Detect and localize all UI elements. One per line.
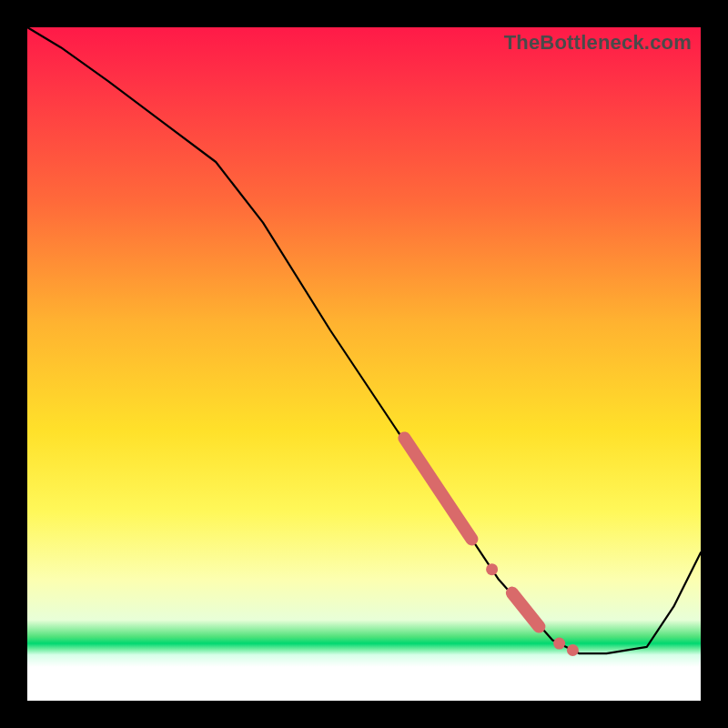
curve-line [27, 27, 701, 653]
marker-dot [567, 644, 579, 656]
plot-area: TheBottleneck.com [27, 27, 701, 701]
marker-dot [553, 638, 565, 650]
marker-capsule [404, 438, 471, 539]
chart-overlay [27, 27, 701, 701]
marker-dot [486, 563, 498, 575]
chart-frame: TheBottleneck.com [0, 0, 728, 728]
markers-group [404, 438, 579, 656]
marker-capsule [512, 593, 540, 627]
